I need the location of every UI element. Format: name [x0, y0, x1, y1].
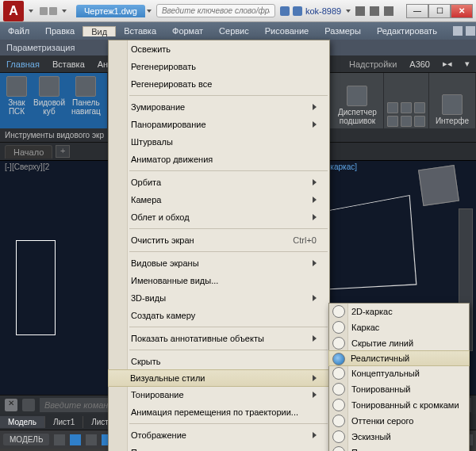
menu-item[interactable]: Регенерировать	[109, 58, 329, 75]
viewcube[interactable]	[418, 165, 459, 206]
menu-dim[interactable]: Размеры	[317, 26, 369, 36]
menu-item[interactable]: Панели...	[109, 444, 329, 451]
submenu-item[interactable]: Скрытие линий	[329, 335, 469, 351]
viewcube-button[interactable]: Видовой куб	[30, 75, 68, 117]
menu-item[interactable]: Создать камеру	[109, 307, 329, 324]
qat-drop[interactable]	[62, 10, 67, 13]
ortho-icon[interactable]	[86, 434, 97, 445]
menu-item-icon	[112, 176, 125, 189]
menu-service[interactable]: Сервис	[211, 26, 257, 36]
palette-grid[interactable]	[387, 102, 425, 127]
user-drop[interactable]	[346, 10, 351, 13]
menu-item[interactable]: Очистить экранCtrl+0	[109, 231, 329, 249]
ribbon-tab-addins[interactable]: Надстройки	[343, 59, 403, 69]
close-button[interactable]: ✕	[451, 4, 473, 18]
menu-item[interactable]: Скрыть	[109, 353, 329, 370]
submenu-item[interactable]: Каркас	[329, 319, 469, 335]
viewport-controls-left[interactable]: [-][Сверху][2	[5, 162, 49, 171]
visual-styles-submenu: 2D-каркасКаркасСкрытие линийРеалистичный…	[328, 303, 470, 451]
menu-item-label: Облет и обход	[131, 212, 190, 222]
doc-drop[interactable]	[147, 10, 152, 13]
snap-icon[interactable]	[70, 434, 81, 445]
menu-item[interactable]: Именованные виды...	[109, 272, 329, 289]
submenu-item[interactable]: Эскизный	[329, 429, 469, 445]
menu-modify[interactable]: Редактировать	[369, 26, 445, 36]
ribbon-tab-home[interactable]: Главная	[0, 59, 46, 69]
menu-item[interactable]: Облет и обход	[109, 208, 329, 226]
interface-button[interactable]: Интерфе	[432, 93, 472, 127]
user-name: kok-8989	[305, 6, 341, 16]
app-menu-drop[interactable]	[29, 10, 33, 13]
menu-item[interactable]: Камера	[109, 191, 329, 208]
menu-item[interactable]: Показать аннотативные объекты	[109, 330, 329, 347]
menu-format[interactable]: Формат	[164, 26, 211, 36]
sheetset-button[interactable]: Диспетчер подшивок	[335, 84, 380, 127]
menu-item-icon	[112, 43, 125, 55]
document-tab[interactable]: Чертеж1.dwg	[76, 5, 145, 17]
menu-item[interactable]: Видовые экраны	[109, 254, 329, 272]
layout-tab-model[interactable]: Модель	[0, 416, 45, 428]
menu-item[interactable]: Орбита	[109, 174, 329, 191]
menu-draw[interactable]: Рисование	[257, 26, 317, 36]
menu-insert[interactable]: Вставка	[116, 26, 164, 36]
exchange-icon[interactable]	[355, 6, 365, 16]
menu-item[interactable]: Регенерировать все	[109, 75, 329, 93]
help-dropdown-icon[interactable]	[370, 6, 379, 16]
menu-item[interactable]: 3D-виды	[109, 289, 329, 307]
submenu-item[interactable]: Тонированный	[329, 381, 469, 397]
menu-item[interactable]: Анимация перемещения по траектории...	[109, 403, 329, 421]
menu-item-icon	[112, 292, 125, 304]
file-tab-start[interactable]: Начало	[5, 145, 52, 159]
menu-item[interactable]: Панорамирование	[109, 116, 329, 133]
submenu-arrow-icon	[313, 375, 317, 381]
menu-view[interactable]: Вид	[83, 26, 116, 36]
menu-item[interactable]: Визуальные стили	[108, 369, 330, 387]
maximize-button[interactable]: ☐	[428, 4, 451, 18]
ribbon-tab-a360[interactable]: A360	[403, 59, 436, 69]
menu-item[interactable]: Отображение	[109, 426, 329, 444]
navbar-button[interactable]: Панель навигац	[68, 75, 104, 117]
ucs-icon-button[interactable]: Знак ПСК	[3, 75, 30, 117]
ribbon-tab-insert[interactable]: Вставка	[46, 59, 91, 69]
ribbon-tab-switch-icon[interactable]: ▸◂	[436, 59, 459, 69]
menu-item[interactable]: Штурвалы	[109, 133, 329, 151]
signin-icon	[293, 6, 302, 16]
search-input[interactable]	[156, 4, 275, 17]
layout-tab-sheet1[interactable]: Лист1	[45, 416, 83, 428]
menu-item-icon	[112, 429, 125, 441]
grid-icon[interactable]	[54, 434, 65, 445]
status-model-button[interactable]: МОДЕЛЬ	[3, 434, 49, 445]
cmd-close-icon[interactable]: ✕	[5, 399, 17, 411]
quick-access-toolbar[interactable]	[40, 7, 57, 15]
mdi-min-icon[interactable]	[453, 26, 463, 36]
submenu-item[interactable]: Реалистичный	[328, 350, 470, 366]
file-tab-new[interactable]: +	[56, 145, 70, 158]
submenu-item[interactable]: 2D-каркас	[329, 304, 469, 319]
submenu-item[interactable]: Просвечивание	[329, 445, 469, 451]
submenu-item[interactable]: Тонированный с кромками	[329, 397, 469, 413]
menu-item[interactable]: Освежить	[109, 40, 329, 58]
submenu-item-label: Каркас	[351, 323, 379, 332]
menu-item[interactable]: Тонирование	[109, 386, 329, 403]
app-logo[interactable]: A	[3, 1, 24, 21]
menu-item-label: Именованные виды...	[131, 276, 218, 285]
ribbon-collapse-icon[interactable]: ▾	[459, 59, 476, 69]
menu-parametric[interactable]: Параметризация	[6, 43, 75, 52]
submenu-item-label: Тонированный	[351, 384, 410, 394]
minimize-button[interactable]: —	[406, 4, 428, 18]
ribbon-panel-interface: Интерфе	[429, 73, 476, 128]
user-account[interactable]: kok-8989	[280, 6, 351, 16]
menu-item[interactable]: Аниматор движения	[109, 151, 329, 168]
cmd-options-icon[interactable]	[22, 399, 35, 411]
menu-item[interactable]: Зумирование	[109, 98, 329, 116]
submenu-item[interactable]: Концептуальный	[329, 365, 469, 381]
submenu-arrow-icon	[313, 392, 317, 398]
mdi-max-icon[interactable]	[466, 26, 475, 36]
user-icon	[280, 6, 290, 16]
menu-file[interactable]: Файл	[0, 26, 37, 36]
menu-edit[interactable]: Правка	[37, 26, 83, 36]
menu-item-label: Регенерировать все	[131, 79, 212, 89]
menu-item-label: Камера	[131, 195, 161, 204]
help-icon[interactable]	[384, 6, 393, 16]
submenu-item[interactable]: Оттенки серого	[329, 413, 469, 429]
